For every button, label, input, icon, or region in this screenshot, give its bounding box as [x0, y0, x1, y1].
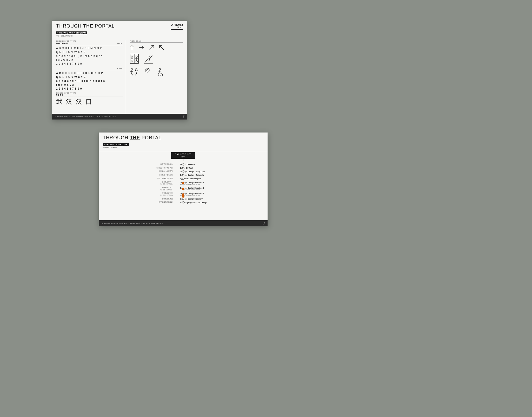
slide1-footer-slash: //	[183, 115, 184, 119]
timeline-left: 设计概念方向二 户外范围 ● 室内范围 ●	[99, 187, 176, 191]
timeline-left: 设计概念・理论框景	[99, 174, 176, 176]
timeline-right: Concept Design Direction 3 ● External Si…	[176, 193, 254, 196]
timeline-dot	[182, 167, 184, 169]
slide2-footer-slash: //	[263, 221, 264, 225]
svg-line-26	[131, 73, 132, 75]
timeline-right: Typeface And Pictogram	[176, 178, 254, 180]
chinese-font-section: CHINESE FONT TYPE NOTO 武 汉 汉 口	[56, 92, 123, 106]
timeline-dot	[182, 201, 184, 203]
arrow-up-icon	[130, 45, 134, 50]
timeline-item: 准手厕概面标标设计 Toilet Signage Concept Design	[99, 201, 268, 203]
slide1-title-text: THROUGH THE PORTAL	[56, 23, 115, 29]
slide1-footer-text: // WUHAN HANKOU K11 // WAYFINDING STRATE…	[55, 116, 116, 117]
timeline-item: 准手开项目总概览 Project Overview	[99, 163, 268, 166]
timeline-dot-solid	[182, 188, 184, 190]
timeline-end-dot	[182, 195, 184, 198]
timeline-dot	[182, 174, 184, 176]
svg-line-3	[159, 45, 164, 50]
timeline-right: Concept Design - Rationale	[176, 174, 254, 176]
content-connector-line	[183, 159, 183, 161]
svg-line-30	[135, 73, 136, 75]
timeline-left: 设计概念・故事情节	[99, 170, 176, 173]
escalator-icon	[143, 54, 154, 64]
timeline-dot	[182, 178, 184, 180]
timeline-left: 设计概念方向三 户外范围 ● 室内范围 ●	[99, 192, 176, 196]
slide1-title: THROUGH THE PORTAL TYPEFACE AND PICTOGRA…	[56, 23, 115, 37]
font-name-row-book: GOTHAM BOOK	[56, 42, 123, 45]
timeline-item: 设计概念・故事情节 Concept Design - Story Line	[99, 170, 268, 173]
svg-point-23	[131, 68, 132, 70]
elevator-icon	[130, 54, 139, 64]
svg-point-38	[159, 68, 161, 70]
svg-line-10	[132, 60, 133, 62]
timeline-item: 设计概念总概览 Concept Design Summary	[99, 198, 268, 200]
arrow-diagonal-left-icon	[159, 45, 164, 50]
svg-point-11	[136, 56, 137, 57]
svg-point-28	[136, 68, 137, 70]
timeline-item: 字框・画像及方向管理 Typeface And Pictogram	[99, 178, 268, 180]
timeline-item: 设计框架・设计项目内容 Scope Of Work	[99, 167, 268, 169]
timeline-item: 设计概念方向二 户外范围 ● 室内范围 ● Concept Design Dir…	[99, 187, 268, 191]
timeline-left: 准手开项目总概览	[99, 163, 176, 166]
slide1-section-subtitle: 字框・图像及方向管理	[56, 35, 115, 37]
slide2-header: THROUGH THE PORTAL CONCEPT - STORYLINE 新…	[99, 133, 268, 150]
timeline-dot-solid	[182, 182, 184, 184]
timeline-item: 设计概念・理论框景 Concept Design - Rationale	[99, 174, 268, 176]
svg-line-20	[149, 58, 150, 59]
slide2-title-text: THROUGH THE PORTAL	[103, 135, 161, 141]
timeline-right: Concept Design Direction 1 ● External Si…	[176, 182, 254, 185]
timeline-right: Concept Design - Story Line	[176, 171, 254, 173]
svg-line-15	[137, 60, 138, 62]
slide2-title-area: THROUGH THE PORTAL CONCEPT - STORYLINE 新…	[103, 135, 161, 149]
timeline-left: 设计概念方向一 户外范围 ● 室内范围 ●	[99, 181, 176, 185]
slide2: THROUGH THE PORTAL CONCEPT - STORYLINE 新…	[99, 133, 268, 226]
slide1: THROUGH THE PORTAL TYPEFACE AND PICTOGRA…	[52, 21, 187, 120]
svg-line-31	[136, 73, 137, 75]
timeline-left: 字框・画像及方向管理	[99, 178, 176, 180]
svg-line-14	[136, 60, 137, 62]
timeline-right: Concept Design Direction 2 ● External Si…	[176, 187, 254, 190]
arrow-diagonal-right-icon	[149, 45, 155, 50]
timeline-container: 准手开项目总概览 Project Overview 设计框架・设计项目内容 Sc…	[99, 163, 268, 203]
timeline-item: 设计概念方向一 户外范围 ● 室内范围 ● Concept Design Dir…	[99, 181, 268, 185]
slide2-footer-text: // WUHAN HANKOU K11 // WAYFINDING STRATE…	[102, 222, 163, 224]
svg-line-21	[148, 60, 149, 61]
slide2-section-subtitle: 新设概念・故事情部	[103, 147, 161, 149]
alphabet-book-upper: A B C D E F G H I J K L M N O P Q R S T …	[56, 46, 123, 66]
slide2-footer: // WUHAN HANKOU K11 // WAYFINDING STRATE…	[99, 220, 268, 226]
wheelchair-icon	[156, 68, 164, 77]
timeline-dot	[182, 170, 184, 173]
timeline-right: Scope Of Work	[176, 167, 254, 169]
font-name-row-bold: BOLD	[56, 68, 123, 70]
slide2-section-tag: CONCEPT - STORYLINE	[103, 143, 129, 146]
content-header: CONTENT 目录	[99, 152, 268, 161]
svg-line-27	[132, 73, 133, 75]
svg-line-22	[149, 60, 150, 61]
timeline-right: Toilet Signage Concept Design	[176, 202, 254, 203]
timeline-right: Concept Design Summary	[176, 198, 254, 200]
alphabet-bold-upper: A B C D E F G H I J K L M N O P Q R S T …	[56, 71, 123, 91]
svg-point-6	[131, 56, 133, 57]
slide1-pictogram-section: PICTOGRAM	[126, 40, 183, 116]
shower-icon	[143, 68, 151, 77]
slide1-font-section: ENGLISH FONT TYPE GOTHAM BOOK A B C D E …	[56, 40, 126, 116]
slide1-option-badge: OPTION 2 选方二	[171, 23, 183, 30]
timeline-left: 准手厕概面标标设计	[99, 201, 176, 203]
slide1-header: THROUGH THE PORTAL TYPEFACE AND PICTOGRA…	[52, 21, 187, 38]
slide1-section-tag: TYPEFACE AND PICTOGRAM	[56, 31, 87, 34]
timeline-left: 设计概念总概览	[99, 198, 176, 200]
timeline-dot	[182, 163, 184, 166]
svg-point-33	[147, 69, 148, 71]
slide1-body: ENGLISH FONT TYPE GOTHAM BOOK A B C D E …	[52, 38, 187, 116]
svg-point-32	[145, 68, 149, 72]
arrow-right-icon	[138, 46, 145, 49]
restroom-male-icon	[130, 67, 139, 77]
content-box: CONTENT 目录	[171, 152, 195, 159]
svg-line-2	[150, 45, 154, 50]
timeline-right: Project Overview	[176, 163, 254, 165]
slide1-footer: // WUHAN HANKOU K11 // WAYFINDING STRATE…	[52, 114, 187, 120]
svg-line-9	[131, 60, 132, 62]
timeline-left: 设计框架・设计项目内容	[99, 167, 176, 169]
timeline-dot	[182, 198, 184, 200]
